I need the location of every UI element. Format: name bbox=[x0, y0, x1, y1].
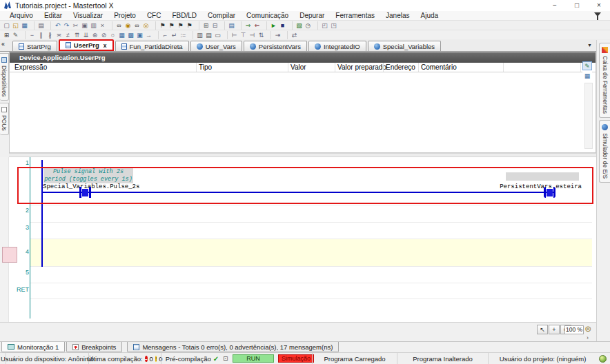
branch-up-icon[interactable]: ⊢ bbox=[227, 31, 239, 39]
start-icon[interactable]: ► bbox=[266, 21, 278, 30]
zoom-level-indicator[interactable]: 100 % bbox=[564, 325, 584, 334]
login-icon[interactable]: ⇒ bbox=[241, 21, 253, 30]
contact-variable-label[interactable]: Special_Variables.Pulse_2s bbox=[43, 183, 139, 190]
filter-icon[interactable] bbox=[594, 12, 601, 17]
menu-compilar[interactable]: Compilar bbox=[202, 11, 241, 20]
tab-special-variables[interactable]: Special_Variables bbox=[368, 41, 441, 51]
replace-icon[interactable]: ◎ bbox=[141, 21, 150, 30]
bookmark-clear-icon[interactable]: ⚑ bbox=[185, 21, 194, 30]
ld-contact-negated-icon[interactable]: ∦ bbox=[46, 31, 55, 39]
delete-icon[interactable]: × bbox=[98, 21, 107, 30]
tab-overflow-icon[interactable]: ▼ bbox=[587, 43, 592, 48]
menu-projeto[interactable]: Projeto bbox=[108, 11, 141, 20]
bookmark-next-icon[interactable]: ⚑ bbox=[167, 21, 176, 30]
tab-user-vars[interactable]: User_Vars bbox=[190, 41, 242, 51]
logout-icon[interactable]: ⇐ bbox=[253, 21, 262, 30]
ld-contact-icon[interactable]: ∥ bbox=[37, 31, 46, 39]
order-network-icon[interactable]: ⇅ bbox=[257, 31, 266, 39]
column-valor[interactable]: Valor bbox=[291, 63, 306, 71]
tab-monitoracao[interactable]: Monitoração 1 bbox=[1, 342, 65, 352]
copy-icon[interactable]: ▣ bbox=[80, 21, 89, 30]
ld-edge-rising-icon[interactable]: ⇈ bbox=[72, 31, 81, 39]
column-expressao[interactable]: Expressão bbox=[14, 63, 47, 71]
new-file-icon[interactable]: ▢ bbox=[2, 21, 11, 30]
select-tool-button[interactable]: ↖ bbox=[537, 325, 548, 334]
sidebar-tab-pous[interactable]: POUs bbox=[0, 103, 9, 135]
fb-insert-icon[interactable]: ▦ bbox=[117, 31, 126, 39]
cut-icon[interactable]: ✂ bbox=[71, 21, 80, 30]
undo-icon[interactable]: ↶ bbox=[50, 21, 62, 30]
open-project-icon[interactable]: ◱ bbox=[11, 21, 20, 30]
window-cascade-icon[interactable]: ◳ bbox=[329, 21, 338, 30]
print-icon[interactable]: ▤ bbox=[34, 21, 46, 30]
generate-code-icon[interactable]: ⊟ bbox=[210, 21, 219, 30]
goto-source-icon[interactable]: ⇥ bbox=[270, 31, 282, 39]
network-insert-icon[interactable]: ▥ bbox=[193, 31, 204, 39]
network-toggle-icon[interactable]: ▤ bbox=[204, 31, 213, 39]
table-view-icon[interactable]: ▦ bbox=[582, 71, 592, 80]
branch-down-icon[interactable]: ⊤ bbox=[239, 31, 248, 39]
clock-icon[interactable]: ◷ bbox=[304, 21, 313, 30]
tab-fun-partidadireta[interactable]: Fun_PartidaDireta bbox=[115, 41, 189, 51]
column-valor-preparado[interactable]: Valor preparado bbox=[337, 63, 386, 71]
edit-object-icon[interactable]: ✎ bbox=[11, 31, 20, 39]
paste-icon[interactable]: ▥ bbox=[89, 21, 98, 30]
close-tab-icon[interactable]: x bbox=[104, 42, 107, 49]
ladder-editor[interactable]: 1 2 3 4 5 RET Pulse signal with 2s perio… bbox=[0, 157, 596, 322]
menu-ferramentas[interactable]: Ferramentas bbox=[330, 11, 380, 20]
column-comentario[interactable]: Comentário bbox=[421, 63, 457, 71]
coil-variable-label[interactable]: PersistentVars.esteira bbox=[497, 183, 582, 190]
hscroll-right-icon[interactable]: › bbox=[587, 334, 589, 341]
language-globe-icon[interactable] bbox=[599, 355, 607, 363]
compile-icon[interactable]: ⊞ bbox=[199, 21, 210, 30]
device-config-icon[interactable]: ⊞ bbox=[2, 31, 11, 39]
tab-breakpoints[interactable]: Breakpoints bbox=[66, 342, 122, 352]
tab-startprg[interactable]: StartPrg bbox=[12, 41, 57, 51]
ld-wire-icon[interactable]: − bbox=[25, 31, 37, 39]
tab-mensagens[interactable]: Mensagens - Totais 0 erro(s), 0 advertên… bbox=[127, 342, 339, 352]
menu-arquivo[interactable]: Arquivo bbox=[4, 11, 39, 20]
tab-userprg[interactable]: UserPrg x bbox=[59, 39, 114, 51]
branch-close-icon[interactable]: ⊣ bbox=[248, 31, 257, 39]
ld-assign-icon[interactable]: := bbox=[179, 31, 188, 39]
menu-depurar[interactable]: Depurar bbox=[294, 11, 330, 20]
redo-icon[interactable]: ↷ bbox=[62, 21, 71, 30]
ld-reset-coil-icon[interactable]: ⊘ bbox=[99, 31, 108, 39]
update-parameters-icon[interactable]: ⇄ bbox=[287, 31, 299, 39]
menu-comunicacao[interactable]: Comunicação bbox=[241, 11, 294, 20]
fb-box-icon[interactable]: ▣ bbox=[135, 31, 144, 39]
save-icon[interactable]: ▦ bbox=[20, 21, 29, 30]
ld-branch-icon[interactable]: ⌐ bbox=[158, 31, 170, 39]
fb-jump-icon[interactable]: → bbox=[144, 31, 153, 39]
tab-persistentvars[interactable]: PersistentVars bbox=[244, 41, 307, 51]
stop-icon[interactable]: ■ bbox=[278, 21, 287, 30]
search-next-icon[interactable]: ◉ bbox=[124, 21, 132, 30]
sidebar-tab-dispositivos[interactable]: Dispositivos bbox=[0, 53, 9, 101]
menu-fbdld[interactable]: FBD/LD bbox=[166, 11, 202, 20]
menu-editar[interactable]: Editar bbox=[39, 11, 68, 20]
column-endereco[interactable]: Endereço bbox=[386, 63, 415, 71]
column-tipo[interactable]: Tipo bbox=[199, 63, 212, 71]
ld-contact-parallel-icon[interactable]: ≍ bbox=[55, 31, 63, 39]
ld-contact-element[interactable] bbox=[79, 187, 91, 198]
tab-scroll-left-icon[interactable]: « bbox=[1, 41, 5, 48]
edit-declaration-icon[interactable]: ✎ bbox=[582, 61, 592, 70]
menu-ajuda[interactable]: Ajuda bbox=[415, 11, 444, 20]
library-manager-icon[interactable]: ▧ bbox=[292, 21, 304, 30]
bookmark-icon[interactable]: ⚑ bbox=[155, 21, 167, 30]
tab-integratedio[interactable]: IntegratedIO bbox=[308, 41, 366, 51]
ld-edge-falling-icon[interactable]: ⇊ bbox=[81, 31, 90, 39]
minimize-button[interactable]: − bbox=[544, 0, 566, 11]
close-button[interactable]: × bbox=[588, 0, 610, 11]
ld-return-icon[interactable]: ↵ bbox=[170, 31, 179, 39]
sidebar-tab-simulador-es[interactable]: Simulador de E/S bbox=[599, 120, 610, 183]
coil-comment-placeholder[interactable] bbox=[506, 172, 579, 181]
restore-button[interactable]: □ bbox=[566, 0, 588, 11]
rung-comment[interactable]: Pulse signal with 2s period (toggles eve… bbox=[43, 168, 133, 183]
menu-janelas[interactable]: Janelas bbox=[380, 11, 415, 20]
search-in-project-icon[interactable]: ∞ bbox=[132, 21, 141, 30]
zoom-region-icon[interactable]: ◎ bbox=[585, 325, 591, 332]
search-icon[interactable]: ∞ bbox=[112, 21, 124, 30]
messages-window-icon[interactable]: ▤ bbox=[224, 21, 236, 30]
ld-set-coil-icon[interactable]: ⊛ bbox=[90, 31, 99, 39]
